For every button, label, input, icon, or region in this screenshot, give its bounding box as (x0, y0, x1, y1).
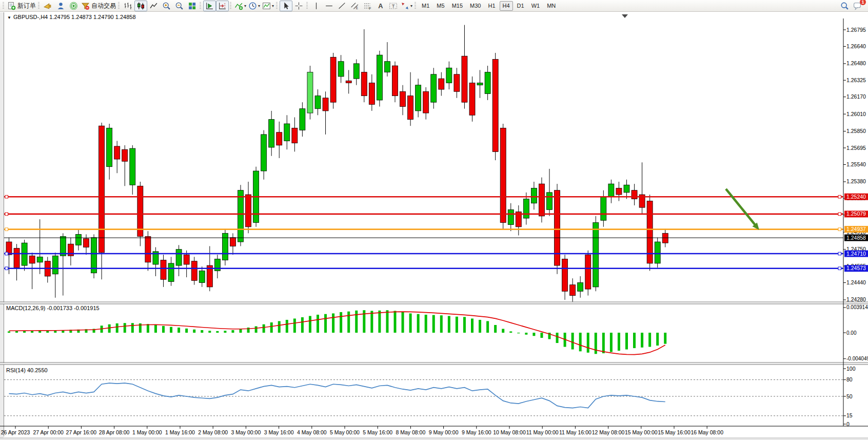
text-button[interactable]: A (374, 1, 387, 11)
rsi-tick-label: 0 (846, 421, 850, 427)
search-button[interactable] (838, 1, 851, 11)
templates-button[interactable]: ▾ (261, 1, 275, 11)
line-handle[interactable] (5, 228, 8, 231)
time-tick-label: 15 May 00:00 (625, 429, 658, 435)
tile-windows-button[interactable] (186, 1, 199, 11)
timeframe-h4-button[interactable]: H4 (500, 1, 513, 11)
svg-text:F: F (369, 6, 371, 10)
auto-scroll-button[interactable] (203, 1, 216, 11)
horizontal-line-button[interactable] (323, 1, 336, 11)
symbol-title: GBPUSD-,H4 1.24795 1.24873 1.24790 1.248… (13, 14, 136, 20)
price-chart[interactable]: 1.267951.266401.264801.263251.261701.260… (0, 12, 868, 440)
time-tick-label: 15 May 16:00 (658, 429, 691, 435)
timeframe-h1-button[interactable]: H1 (485, 1, 498, 11)
hline-icon (325, 2, 333, 10)
time-tick-label: 9 May 16:00 (462, 429, 491, 435)
timeframe-m1-button[interactable]: M1 (419, 1, 432, 11)
svg-text:1.24937: 1.24937 (846, 226, 866, 232)
macd-label: MACD(12,26,9) -0.001733 -0.001915 (6, 305, 100, 311)
fibonacci-button[interactable]: F (361, 1, 374, 11)
vline-icon (312, 2, 321, 10)
funnel-icon (81, 2, 90, 10)
timeframe-m5-button[interactable]: M5 (433, 1, 447, 11)
price-tick-label: 1.25380 (846, 178, 866, 184)
cursor-icon (282, 2, 290, 10)
price-tick-label: 1.26010 (846, 111, 866, 117)
fibo-icon: F (363, 2, 372, 10)
price-tick-label: 1.26325 (846, 77, 866, 83)
toolbar-grip (276, 2, 278, 10)
line-handle[interactable] (838, 195, 841, 198)
zoom-out-button[interactable] (173, 1, 186, 11)
timeframe-m30-button[interactable]: M30 (467, 1, 484, 11)
line-handle[interactable] (838, 252, 841, 255)
line-handle[interactable] (5, 252, 8, 255)
template-icon (262, 2, 271, 10)
price-tick-label: 1.25850 (846, 128, 866, 134)
dropdown-arrow-icon[interactable]: ▾ (244, 4, 246, 8)
timeframe-d1-button[interactable]: D1 (514, 1, 527, 11)
signals-button[interactable] (67, 1, 80, 11)
alerts-button[interactable] (42, 1, 54, 11)
toolbar-grip (306, 2, 308, 10)
notifications-button[interactable]: 1 (851, 1, 864, 11)
timeframe-w1-button[interactable]: W1 (528, 1, 543, 11)
zoom-in-button[interactable] (160, 1, 173, 11)
indicators-button[interactable]: ▾ (233, 1, 247, 11)
svg-text:A: A (378, 2, 383, 10)
crosshair-button[interactable] (292, 1, 305, 11)
macd-tick-label: 0.00 (846, 330, 857, 336)
autotrading-button[interactable]: 自动交易 (80, 1, 117, 11)
cursor-button[interactable] (280, 1, 292, 11)
line-handle[interactable] (5, 195, 8, 198)
bar-chart-button[interactable] (122, 1, 134, 11)
trendline-button[interactable] (336, 1, 348, 11)
search-icon (840, 2, 849, 10)
autoscroll-icon (205, 2, 214, 10)
time-tick-label: 5 May 00:00 (330, 429, 360, 435)
dropdown-arrow-icon[interactable]: ▾ (258, 4, 260, 8)
dropdown-arrow-icon[interactable]: ▾ (410, 4, 412, 8)
periods-button[interactable]: ▾ (247, 1, 261, 11)
line-handle[interactable] (838, 267, 841, 270)
text-label-button[interactable]: T (387, 1, 400, 11)
time-tick-label: 16 May 08:00 (691, 429, 723, 435)
time-tick-label: 2 May 08:00 (198, 429, 228, 435)
crosshair-icon (294, 2, 303, 10)
toolbar-grip (118, 2, 120, 10)
timeframe-mn-button[interactable]: MN (544, 1, 559, 11)
arrows-button[interactable]: ▾ (400, 1, 413, 11)
line-chart-button[interactable] (147, 1, 160, 11)
svg-text:1.24710: 1.24710 (846, 251, 866, 257)
channel-button[interactable]: E (348, 1, 361, 11)
price-tick-label: 1.24280 (846, 296, 866, 302)
mt4-window: { "toolbar": { "new_order_label": "新订单",… (0, 0, 868, 440)
time-tick-label: 8 May 08:00 (396, 429, 426, 435)
shift-icon (218, 2, 227, 10)
price-tick-label: 1.25540 (846, 161, 866, 167)
chart-area[interactable]: 1.267951.266401.264801.263251.261701.260… (0, 12, 868, 440)
labelT-icon: T (389, 2, 398, 10)
toolbar-grip (200, 2, 201, 10)
time-tick-label: 11 May 00:00 (526, 429, 559, 435)
line-handle[interactable] (838, 213, 841, 216)
textA-icon: A (376, 2, 385, 10)
line-handle[interactable] (838, 228, 841, 231)
candles-icon (136, 2, 145, 10)
line-handle[interactable] (5, 267, 8, 270)
new-order-button[interactable]: 新订单 (6, 1, 37, 11)
toolbar-grip (415, 2, 416, 10)
time-tick-label: 27 Apr 16:00 (66, 429, 97, 435)
candlestick-chart-button[interactable] (134, 1, 147, 11)
svg-text:1.25240: 1.25240 (846, 194, 866, 200)
timeframe-m15-button[interactable]: M15 (449, 1, 466, 11)
vertical-line-button[interactable] (310, 1, 323, 11)
line-handle[interactable] (5, 213, 8, 216)
dropdown-arrow-icon[interactable]: ▾ (272, 4, 274, 8)
arrows-icon (401, 2, 409, 10)
new-order-button-label: 新订单 (17, 2, 36, 10)
chart-shift-button[interactable] (216, 1, 229, 11)
market-button[interactable] (54, 1, 67, 11)
symbol-dropdown-icon[interactable]: ▼ (7, 15, 11, 20)
price-tick-label: 1.26480 (846, 60, 866, 66)
